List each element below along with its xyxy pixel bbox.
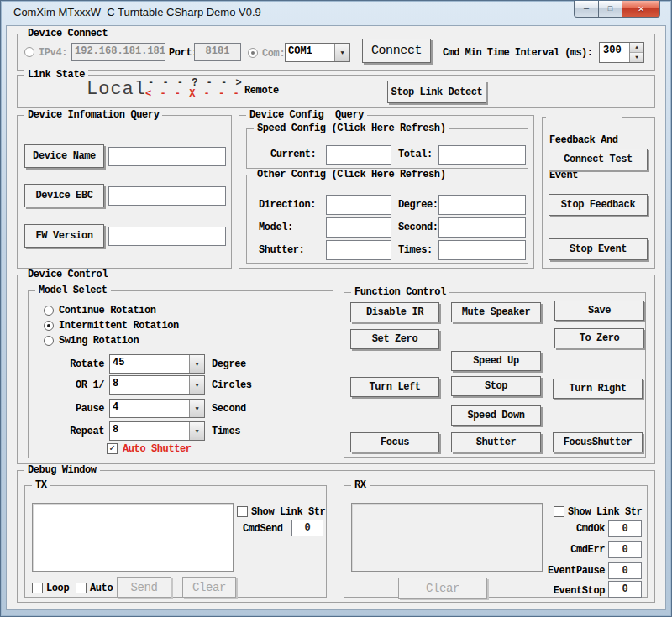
to-zero-button[interactable]: To Zero <box>554 328 644 348</box>
rotate-select[interactable]: 45 ▼ <box>109 354 205 374</box>
cmd-ok-label: CmdOk <box>470 523 605 535</box>
speed-up-button[interactable]: Speed Up <box>451 351 541 371</box>
port-input[interactable]: 8181 <box>194 43 241 61</box>
current-label: Current: <box>270 149 316 160</box>
group-function-control-title: Function Control <box>351 286 449 298</box>
minimize-button[interactable]: — <box>574 1 599 18</box>
close-button[interactable]: ✕ <box>622 1 660 18</box>
second-label: Second: <box>398 222 438 233</box>
event-stop-label: EventStop <box>470 585 605 597</box>
shutter-button[interactable]: Shutter <box>451 432 541 452</box>
group-feedback-event: Feedback And Event Connect Test Stop Fee… <box>542 117 655 269</box>
mute-speaker-button[interactable]: Mute Speaker <box>451 302 541 322</box>
times-field[interactable] <box>438 240 526 260</box>
tx-clear-button[interactable]: Clear <box>182 577 236 598</box>
device-ebc-field[interactable] <box>108 186 226 206</box>
direction-field[interactable] <box>326 195 391 215</box>
turn-left-button[interactable]: Turn Left <box>350 377 439 397</box>
spinner-up-button[interactable]: ▲ <box>630 43 643 53</box>
ipv4-radio[interactable] <box>24 47 34 57</box>
pause-select[interactable]: 4 ▼ <box>109 399 205 418</box>
auto-label: Auto <box>90 583 113 594</box>
spinner-down-button[interactable]: ▼ <box>630 53 643 62</box>
group-device-control: Device Control Model Select Continue Rot… <box>17 275 655 464</box>
disable-ir-button[interactable]: Disable IR <box>350 302 439 322</box>
group-link-state-title: Link State <box>24 69 88 81</box>
speed-config-refresh-label[interactable]: Speed Config (Click Here Refresh) <box>254 123 449 134</box>
rx-log[interactable] <box>351 503 543 572</box>
model-field[interactable] <box>326 217 391 238</box>
shutter-label: Shutter: <box>259 244 304 256</box>
device-name-button[interactable]: Device Name <box>24 144 104 168</box>
degree-field[interactable] <box>438 195 526 215</box>
check-icon: ✓ <box>109 444 115 453</box>
intermittent-rotation-radio[interactable] <box>44 321 54 331</box>
repeat-select[interactable]: 8 ▼ <box>109 421 205 441</box>
stop-feedback-button[interactable]: Stop Feedback <box>549 194 648 216</box>
fw-version-button[interactable]: FW Version <box>24 224 104 248</box>
group-function-control: Function Control Disable IR Mute Speaker… <box>344 292 646 458</box>
stop-event-button[interactable]: Stop Event <box>549 238 648 260</box>
group-tx-title: TX <box>32 479 50 491</box>
repeat-select-value: 8 <box>110 422 189 440</box>
ipv4-label: IPv4: <box>39 47 67 59</box>
device-name-field[interactable] <box>108 147 226 166</box>
circles-select[interactable]: 8 ▼ <box>109 375 205 395</box>
degree-label: Degree: <box>398 199 438 211</box>
group-device-config: Device Config Query Speed Config (Click … <box>239 115 534 269</box>
total-field[interactable] <box>438 145 526 165</box>
dropdown-arrow-icon[interactable]: ▼ <box>189 422 204 440</box>
connect-test-button[interactable]: Connect Test <box>549 149 648 170</box>
current-field[interactable] <box>326 145 391 165</box>
stop-link-detect-button[interactable]: Stop Link Detect <box>387 81 486 103</box>
tx-log[interactable] <box>32 503 234 572</box>
fw-version-field[interactable] <box>108 227 226 246</box>
turn-right-button[interactable]: Turn Right <box>553 379 643 399</box>
swing-rotation-radio[interactable] <box>44 336 54 346</box>
circles-unit-label: Circles <box>212 379 252 391</box>
cmd-err-label: CmdErr <box>470 544 605 556</box>
window-title: ComXim MTxxxW_C Turntable CSharp Demo V0… <box>13 6 261 18</box>
shutter-field[interactable] <box>326 240 391 260</box>
com-radio[interactable] <box>248 48 258 58</box>
connect-button[interactable]: Connect <box>362 39 431 63</box>
cmd-ok-field: 0 <box>608 520 642 537</box>
repeat-unit-label: Times <box>212 426 240 437</box>
group-device-info: Device Infomation Query Device Name Devi… <box>17 115 232 269</box>
focus-button[interactable]: Focus <box>350 432 439 452</box>
ip-input[interactable]: 192.168.181.181 <box>71 43 165 61</box>
rx-clear-button[interactable]: Clear <box>398 578 487 599</box>
rotate-unit-label: Degree <box>212 358 246 370</box>
group-debug-window-title: Debug Window <box>24 464 100 476</box>
dropdown-arrow-icon[interactable]: ▼ <box>189 376 204 394</box>
dropdown-arrow-icon[interactable]: ▼ <box>189 400 204 417</box>
tx-show-link-str-checkbox[interactable] <box>237 506 248 517</box>
speed-down-button[interactable]: Speed Down <box>451 405 541 426</box>
send-button[interactable]: Send <box>117 577 171 598</box>
group-rx: RX Show Link Str CmdOk 0 CmdErr 0 EventP… <box>344 485 648 598</box>
save-button[interactable]: Save <box>554 301 644 321</box>
interval-value[interactable]: 300 <box>600 43 629 62</box>
total-label: Total: <box>398 149 433 160</box>
focus-shutter-button[interactable]: FocusShutter <box>553 432 643 452</box>
auto-checkbox[interactable] <box>76 583 87 593</box>
pause-select-value: 4 <box>110 400 189 417</box>
other-config-refresh-label[interactable]: Other Config (Click Here Refresh) <box>254 169 449 180</box>
pause-unit-label: Second <box>212 403 246 415</box>
rotate-label: Rotate <box>45 358 104 370</box>
direction-label: Direction: <box>259 199 316 211</box>
set-zero-button[interactable]: Set Zero <box>350 329 439 349</box>
maximize-button[interactable]: □ <box>599 1 622 18</box>
second-field[interactable] <box>438 217 526 238</box>
rx-show-link-str-checkbox[interactable] <box>554 506 564 517</box>
device-ebc-button[interactable]: Device EBC <box>24 184 104 207</box>
interval-spinner[interactable]: 300 ▲ ▼ <box>599 42 644 63</box>
auto-shutter-checkbox[interactable]: ✓ <box>107 443 118 454</box>
dropdown-arrow-icon[interactable]: ▼ <box>189 355 204 373</box>
dropdown-arrow-icon[interactable]: ▼ <box>334 44 349 61</box>
continue-rotation-radio[interactable] <box>44 306 54 316</box>
group-other-config: Other Config (Click Here Refresh) Direct… <box>246 175 528 264</box>
com-select[interactable]: COM1 ▼ <box>285 43 350 62</box>
stop-button[interactable]: Stop <box>451 376 541 396</box>
loop-checkbox[interactable] <box>32 583 43 593</box>
